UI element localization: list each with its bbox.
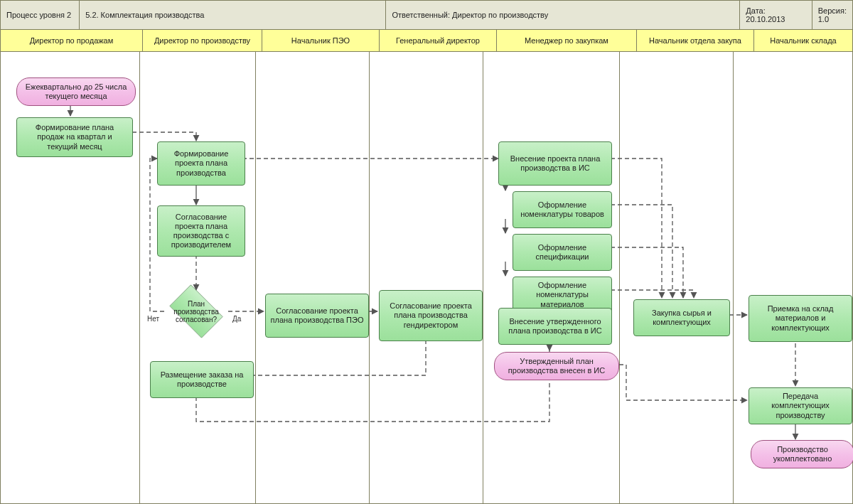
task-agree-gendir: Согласование проекта плана производства … (379, 290, 483, 341)
end-event: Производство укомплектовано (751, 440, 853, 468)
decision-yes-label: Да (232, 315, 241, 323)
task-receive-warehouse: Приемка на склад материалов и комплектую… (749, 295, 852, 342)
task-project-plan: Формирование проекта плана производства (157, 141, 245, 186)
task-agree-producer: Согласование проекта плана производства … (157, 205, 245, 257)
task-sales-plan: Формирование плана продаж на квартал и т… (16, 117, 133, 157)
task-nomenkl-goods: Оформление номенклатуры товаров (513, 191, 612, 228)
swimlane-diagram: Процесс уровня 2 5.2. Комплектация произ… (0, 0, 853, 504)
diagram-body: Ежеквартально до 25 числа текущего месяц… (1, 52, 852, 504)
lane-hdr-6: Начальник склада (754, 30, 852, 51)
lane-headers: Директор по продажам Директор по произво… (1, 30, 852, 52)
lane-hdr-4: Менеджер по закупкам (497, 30, 637, 51)
hdr-date: Дата: 20.10.2013 (740, 1, 812, 29)
decision-plan-agreed: План производства согласован? (164, 290, 228, 333)
lane-hdr-2: Начальник ПЭО (262, 30, 380, 51)
start-event: Ежеквартально до 25 числа текущего месяц… (16, 77, 136, 106)
task-enter-approved-is: Внесение утвержденного плана производств… (498, 308, 612, 345)
task-enter-project-is: Внесение проекта плана производства в ИС (498, 141, 612, 186)
hdr-version: Версия: 1.0 (812, 1, 852, 29)
task-place-order: Размещение заказа на производстве (150, 361, 254, 398)
header-bar: Процесс уровня 2 5.2. Комплектация произ… (1, 1, 852, 30)
task-agree-peo: Согласование проекта плана производства … (265, 294, 369, 338)
lane-hdr-3: Генеральный директор (380, 30, 497, 51)
event-plan-entered: Утвержденный план производства внесен в … (494, 352, 619, 380)
hdr-process-title: 5.2. Комплектация производства (80, 1, 386, 29)
lane-hdr-1: Директор по производству (143, 30, 262, 51)
hdr-process-level: Процесс уровня 2 (1, 1, 80, 29)
hdr-date-value: 20.10.2013 (746, 15, 785, 23)
decision-text: План производства согласован? (164, 290, 228, 333)
lane-hdr-5: Начальник отдела закупа (637, 30, 754, 51)
decision-no-label: Нет (147, 315, 159, 323)
hdr-responsible: Ответственный: Директор по производству (386, 1, 740, 29)
hdr-version-label: Версия: (818, 6, 847, 15)
task-purchase: Закупка сырья и комплектующих (633, 299, 730, 336)
task-handover-prod: Передача комплектующих производству (749, 387, 852, 424)
hdr-date-label: Дата: (746, 6, 765, 15)
lane-hdr-0: Директор по продажам (1, 30, 143, 51)
hdr-version-value: 1.0 (818, 15, 829, 23)
task-spec: Оформление спецификации (513, 234, 612, 271)
